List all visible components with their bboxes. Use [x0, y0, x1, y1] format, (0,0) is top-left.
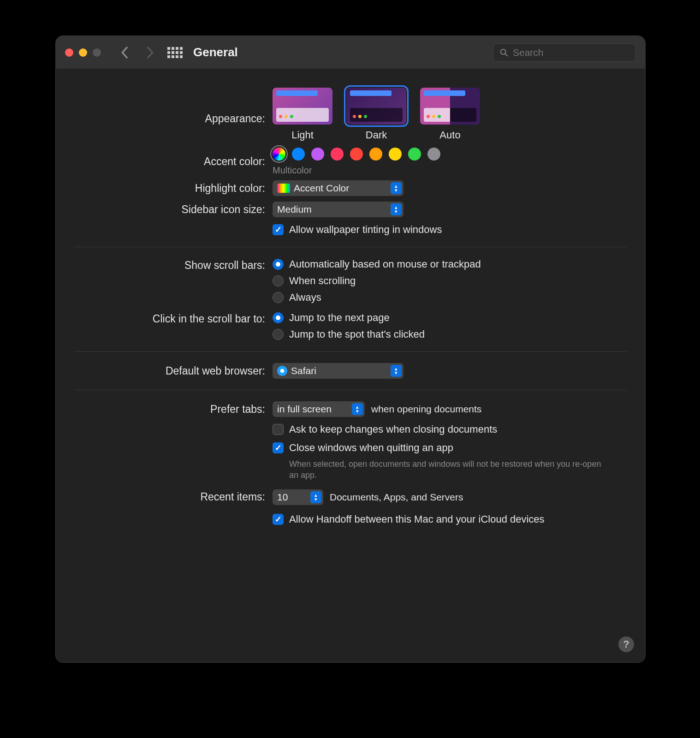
highlight-swatch-icon: [277, 184, 290, 193]
scrollbars-always-radio[interactable]: Always: [273, 292, 321, 304]
scrollbars-label: Show scroll bars:: [74, 259, 273, 272]
checkbox-icon: [273, 442, 284, 453]
highlight-select-value: Accent Color: [294, 183, 349, 194]
forward-button[interactable]: [141, 43, 159, 62]
wallpaper-tint-checkbox[interactable]: Allow wallpaper tinting in windows: [273, 224, 442, 236]
appearance-option-light[interactable]: Light: [273, 88, 332, 141]
appearance-label: Appearance:: [74, 113, 273, 125]
chevron-updown-icon: [310, 491, 321, 503]
recent-items-label: Recent items:: [74, 491, 273, 503]
radio-icon: [273, 292, 284, 303]
preferences-window: General Appearance: Light Dark: [55, 36, 646, 663]
accent-selected-label: Multicolor: [273, 165, 312, 176]
ask-keep-changes-label: Ask to keep changes when closing documen…: [289, 423, 497, 435]
sidebar-icon-select[interactable]: Medium: [273, 202, 403, 217]
ask-keep-changes-checkbox[interactable]: Ask to keep changes when closing documen…: [273, 423, 497, 435]
zoom-window-button[interactable]: [93, 48, 101, 57]
appearance-options: Light Dark Auto: [273, 88, 480, 141]
click-scroll-next-radio[interactable]: Jump to the next page: [273, 312, 390, 324]
window-controls: [65, 48, 101, 57]
scrollbars-auto-radio[interactable]: Automatically based on mouse or trackpad: [273, 258, 481, 270]
default-browser-label: Default web browser:: [74, 365, 273, 377]
checkbox-icon: [273, 514, 284, 525]
scrollbars-always-label: Always: [289, 292, 321, 304]
accent-blue[interactable]: [292, 148, 305, 161]
accent-yellow[interactable]: [389, 148, 402, 161]
close-windows-hint: When selected, open documents and window…: [289, 458, 603, 481]
accent-multicolor[interactable]: [273, 148, 285, 161]
divider: [74, 390, 627, 390]
content-area: Appearance: Light Dark Auto: [56, 69, 645, 662]
scrollbars-whenscrolling-radio[interactable]: When scrolling: [273, 275, 356, 287]
accent-purple[interactable]: [311, 148, 324, 161]
chevron-updown-icon: [391, 203, 402, 215]
click-scroll-next-label: Jump to the next page: [289, 312, 390, 324]
highlight-label: Highlight color:: [74, 182, 273, 195]
accent-color-row: [273, 148, 440, 161]
recent-items-select[interactable]: 10: [273, 489, 323, 505]
wallpaper-tint-label: Allow wallpaper tinting in windows: [289, 224, 442, 236]
accent-orange[interactable]: [369, 148, 382, 161]
click-scroll-label: Click in the scroll bar to:: [74, 313, 273, 325]
checkbox-icon: [273, 224, 284, 235]
accent-label: Accent color:: [74, 155, 273, 168]
titlebar: General: [56, 36, 645, 69]
chevron-updown-icon: [391, 365, 402, 377]
help-button[interactable]: ?: [618, 637, 634, 652]
show-all-button[interactable]: [166, 47, 184, 58]
click-scroll-spot-label: Jump to the spot that's clicked: [289, 328, 425, 340]
sidebar-icon-value: Medium: [277, 204, 312, 215]
radio-icon: [273, 275, 284, 286]
appearance-auto-label: Auto: [439, 129, 460, 141]
radio-icon: [273, 259, 284, 270]
close-windows-label: Close windows when quitting an app: [289, 442, 453, 454]
recent-items-value: 10: [277, 492, 288, 503]
scrollbars-auto-label: Automatically based on mouse or trackpad: [289, 258, 481, 270]
safari-icon: [277, 366, 287, 376]
chevron-updown-icon: [352, 403, 363, 415]
appearance-option-dark[interactable]: Dark: [346, 88, 406, 141]
close-windows-checkbox[interactable]: Close windows when quitting an app: [273, 442, 453, 454]
appearance-dark-label: Dark: [366, 129, 387, 141]
sidebar-icon-label: Sidebar icon size:: [74, 203, 273, 216]
prefer-tabs-select[interactable]: in full screen: [273, 401, 365, 417]
accent-red[interactable]: [350, 148, 363, 161]
default-browser-value: Safari: [291, 365, 316, 376]
search-icon: [500, 48, 508, 57]
recent-items-suffix: Documents, Apps, and Servers: [330, 492, 463, 503]
accent-green[interactable]: [408, 148, 421, 161]
highlight-color-select[interactable]: Accent Color: [273, 180, 403, 196]
handoff-checkbox[interactable]: Allow Handoff between this Mac and your …: [273, 513, 545, 525]
page-title: General: [193, 45, 238, 60]
appearance-option-auto[interactable]: Auto: [420, 88, 480, 141]
default-browser-select[interactable]: Safari: [273, 363, 403, 379]
checkbox-icon: [273, 424, 284, 435]
accent-graphite[interactable]: [427, 148, 440, 161]
search-field[interactable]: [493, 43, 636, 62]
prefer-tabs-suffix: when opening documents: [371, 404, 481, 415]
accent-pink[interactable]: [331, 148, 344, 161]
close-window-button[interactable]: [65, 48, 73, 57]
minimize-window-button[interactable]: [79, 48, 87, 57]
divider: [74, 247, 627, 247]
appearance-light-label: Light: [291, 129, 314, 141]
radio-icon: [273, 312, 284, 323]
prefer-tabs-value: in full screen: [277, 404, 332, 415]
radio-icon: [273, 329, 284, 340]
svg-point-0: [501, 49, 506, 54]
chevron-updown-icon: [391, 182, 402, 194]
divider: [74, 351, 627, 352]
click-scroll-spot-radio[interactable]: Jump to the spot that's clicked: [273, 328, 425, 340]
scrollbars-whenscrolling-label: When scrolling: [289, 275, 356, 287]
handoff-label: Allow Handoff between this Mac and your …: [289, 513, 545, 525]
prefer-tabs-label: Prefer tabs:: [74, 403, 273, 416]
back-button[interactable]: [116, 43, 134, 62]
search-input[interactable]: [513, 47, 629, 58]
